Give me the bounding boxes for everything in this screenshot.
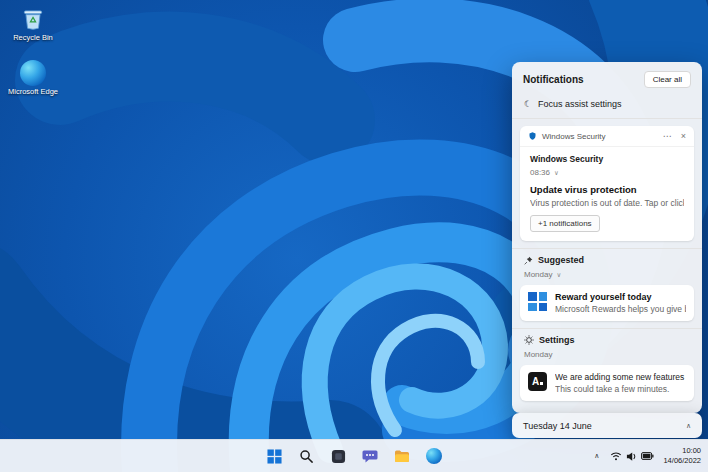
gear-icon [524, 335, 534, 345]
shield-icon [528, 131, 537, 141]
windows-start-icon [267, 449, 282, 464]
start-button[interactable] [262, 444, 287, 469]
features-card-text: We are adding some new features to V Thi… [555, 372, 686, 394]
chevron-down-icon: ∨ [556, 271, 561, 279]
settings-label: Settings [539, 335, 575, 345]
calendar-flyout-bar[interactable]: Tuesday 14 June ∧ [512, 413, 702, 438]
suggested-label: Suggested [538, 255, 584, 265]
pin-icon [524, 256, 533, 265]
rewards-card-text: Reward yourself today Microsoft Rewards … [555, 292, 686, 314]
security-time-row[interactable]: 08:36 ∨ [530, 168, 684, 177]
search-button[interactable] [294, 444, 319, 469]
desktop-icon-label: Recycle Bin [13, 34, 53, 43]
security-time: 08:36 [530, 168, 550, 177]
wifi-icon [610, 451, 622, 461]
suggested-day-row[interactable]: Monday ∨ [512, 267, 702, 282]
clear-all-button[interactable]: Clear all [644, 71, 691, 88]
calendar-collapse-chevron-icon[interactable]: ∧ [686, 422, 691, 430]
notifications-panel: Notifications Clear all ☾ Focus assist s… [512, 62, 702, 413]
rewards-notification-card[interactable]: Reward yourself today Microsoft Rewards … [520, 285, 694, 321]
file-explorer-icon [394, 449, 410, 463]
desktop-icon-edge[interactable]: Microsoft Edge [2, 60, 64, 97]
clock-time: 10:00 [663, 446, 701, 457]
settings-day-row: Monday [512, 347, 702, 362]
rewards-card-body: Microsoft Rewards helps you give back [555, 304, 686, 314]
settings-day: Monday [524, 350, 552, 359]
features-notification-card[interactable]: A We are adding some new features to V T… [520, 365, 694, 401]
tray-show-hidden-icons-chevron[interactable]: ∧ [592, 448, 601, 464]
suggested-day: Monday [524, 270, 552, 279]
search-icon [299, 449, 314, 464]
edge-button[interactable] [422, 444, 447, 469]
edge-icon [426, 448, 442, 464]
edge-icon [20, 60, 46, 86]
clock-date: 14/06/2022 [663, 456, 701, 467]
file-explorer-button[interactable] [390, 444, 415, 469]
desktop-icon-recycle-bin[interactable]: Recycle Bin [2, 6, 64, 43]
more-notifications-button[interactable]: +1 notifications [530, 215, 600, 232]
focus-assist-settings-link[interactable]: ☾ Focus assist settings [512, 95, 702, 119]
settings-section: Settings Monday A We are adding some new… [512, 328, 702, 401]
security-card-header: Windows Security ⋯ × [520, 126, 694, 147]
task-view-icon [331, 449, 346, 464]
notifications-header: Notifications Clear all [512, 62, 702, 95]
security-body-text: Virus protection is out of date. Tap or … [530, 198, 684, 208]
security-app-name: Windows Security [542, 132, 606, 141]
more-options-icon[interactable]: ⋯ [663, 131, 672, 141]
taskbar: ∧ 10:00 14/06/2022 [0, 439, 708, 472]
recycle-bin-icon [20, 6, 46, 32]
calendar-date-label: Tuesday 14 June [523, 421, 592, 431]
suggested-section-header: Suggested [512, 249, 702, 267]
features-card-line1: We are adding some new features to V [555, 372, 686, 382]
features-card-line2: This could take a few minutes. [555, 384, 686, 394]
rewards-card-title: Reward yourself today [555, 292, 686, 302]
microsoft-rewards-icon [528, 292, 547, 311]
system-tray: ∧ 10:00 14/06/2022 [592, 440, 703, 472]
taskbar-clock[interactable]: 10:00 14/06/2022 [663, 446, 703, 467]
focus-assist-moon-icon: ☾ [524, 99, 532, 109]
security-card-title: Windows Security [530, 154, 684, 164]
security-card-body: Windows Security 08:36 ∨ Update virus pr… [520, 147, 694, 241]
settings-section-header: Settings [512, 329, 702, 347]
close-icon[interactable]: × [681, 131, 686, 141]
notifications-title: Notifications [523, 74, 584, 85]
taskbar-center-icons [262, 444, 447, 469]
task-view-button[interactable] [326, 444, 351, 469]
chat-button[interactable] [358, 444, 383, 469]
desktop-icon-label: Microsoft Edge [8, 88, 58, 97]
new-features-icon: A [528, 372, 547, 391]
chat-icon [362, 449, 378, 464]
security-notification-card[interactable]: Windows Security ⋯ × Windows Security 08… [520, 126, 694, 241]
security-headline: Update virus protection [530, 184, 684, 195]
battery-icon [641, 451, 654, 461]
security-card-actions: ⋯ × [663, 131, 686, 141]
chevron-down-icon: ∨ [554, 169, 559, 177]
focus-assist-label: Focus assist settings [538, 99, 622, 109]
suggested-section: Suggested Monday ∨ Reward yourself today… [512, 248, 702, 321]
tray-status-icons[interactable] [608, 448, 656, 465]
features-icon-letter: A [532, 376, 539, 387]
desktop: Recycle Bin Microsoft Edge Notifications… [0, 0, 708, 472]
volume-icon [626, 451, 637, 462]
